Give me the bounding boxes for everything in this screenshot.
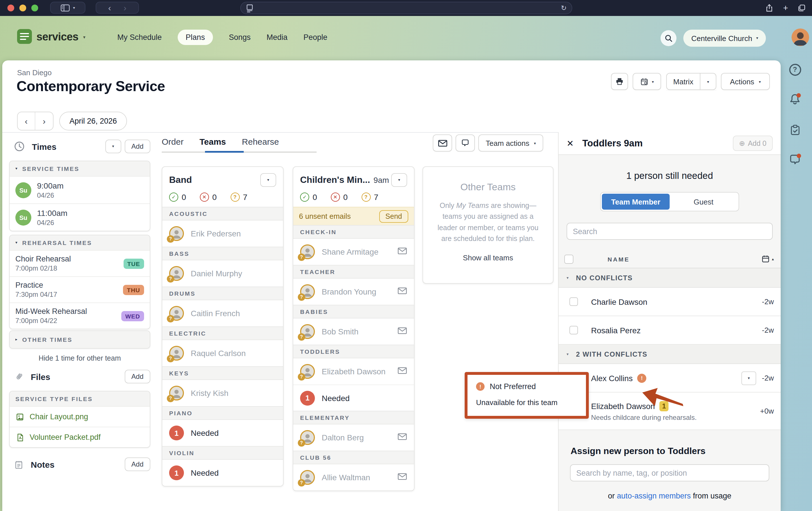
person-row[interactable]: ? Shane Armitage (293, 239, 414, 265)
share-icon[interactable] (765, 3, 774, 12)
needed-row[interactable]: 1 Needed (162, 460, 283, 486)
window-minimize-button[interactable] (19, 5, 26, 11)
notifications-button[interactable] (788, 92, 802, 106)
member-row[interactable]: Charlie Dawson -2w (559, 288, 781, 316)
calendar-link-button[interactable]: ▾ (633, 73, 661, 90)
messages-button[interactable] (788, 153, 802, 166)
email-person-button[interactable] (398, 472, 407, 483)
user-avatar[interactable] (791, 28, 809, 46)
send-emails-button[interactable]: Send (379, 210, 408, 223)
person-row[interactable]: ? Erik Pedersen (162, 221, 283, 247)
person-row[interactable]: ? Elizabeth Dawson (293, 358, 414, 385)
previous-plan-button[interactable]: ‹ (18, 112, 35, 130)
rehearsal-time-row[interactable]: Practice7:30pm 04/17 THU (10, 276, 150, 303)
nav-people[interactable]: People (303, 33, 327, 41)
campus-name[interactable]: San Diego (17, 68, 52, 77)
organization-switcher[interactable]: Centerville Church ▾ (683, 30, 766, 47)
close-icon[interactable]: ✕ (567, 138, 574, 148)
help-button[interactable]: ? (788, 63, 802, 76)
team-actions-button[interactable]: Team actions ▾ (478, 135, 543, 151)
add-time-button[interactable]: Add (124, 140, 150, 153)
auto-assign-link[interactable]: auto-assign members (617, 492, 691, 500)
matrix-dropdown-button[interactable]: ▾ (700, 73, 716, 90)
file-row[interactable]: Volunteer Packet.pdf (10, 427, 150, 447)
person-row[interactable]: ? Kristy Kish (162, 380, 283, 406)
nav-my-schedule[interactable]: My Schedule (117, 33, 162, 41)
nav-plans[interactable]: Plans (178, 29, 213, 45)
row-checkbox[interactable] (570, 297, 578, 306)
needed-row[interactable]: 1 Needed (162, 420, 283, 446)
other-times-header[interactable]: ▸ OTHER TIMES (10, 331, 150, 348)
file-link[interactable]: Volunteer Packet.pdf (30, 433, 100, 442)
drawer-search-input[interactable] (567, 223, 773, 240)
group-with-conflicts[interactable]: ▾ 2 WITH CONFLICTS (559, 345, 781, 364)
email-person-button[interactable] (398, 327, 407, 337)
row-checkbox[interactable] (570, 326, 578, 334)
person-row[interactable]: ? Dalton Berg (293, 424, 414, 451)
select-all-checkbox[interactable] (564, 254, 573, 263)
toggle-team-member[interactable]: Team Member (602, 194, 670, 210)
email-person-button[interactable] (398, 247, 407, 257)
tab-rehearse[interactable]: Rehearse (242, 137, 279, 146)
conflict-warning-icon[interactable]: ! (637, 373, 646, 382)
browser-sidebar-button[interactable]: ▾ (50, 2, 85, 14)
add-note-button[interactable]: Add (124, 457, 150, 471)
sort-by-date-button[interactable]: ▴ (762, 255, 774, 263)
assign-search-input[interactable] (570, 464, 769, 481)
row-dropdown-button[interactable]: ▾ (742, 371, 756, 385)
team-dropdown-button[interactable]: ▾ (260, 173, 276, 187)
times-dropdown-button[interactable]: ▾ (105, 140, 121, 153)
person-row[interactable]: ? Raquel Carlson (162, 340, 283, 366)
person-row[interactable]: ? Daniel Murphy (162, 260, 283, 287)
back-icon[interactable]: ‹ (108, 3, 111, 12)
next-plan-button[interactable]: › (35, 112, 53, 130)
nav-media[interactable]: Media (266, 33, 288, 41)
service-times-header[interactable]: ▾ SERVICE TIMES (10, 161, 150, 176)
team-name[interactable]: Band (169, 175, 192, 185)
matrix-button[interactable]: Matrix (666, 73, 700, 90)
app-switcher-chevron-icon[interactable]: ▾ (83, 35, 85, 40)
nav-songs[interactable]: Songs (229, 33, 251, 41)
tab-teams[interactable]: Teams (200, 137, 226, 146)
service-time-row[interactable]: Su 11:00am04/26 (10, 203, 150, 231)
tab-overview-icon[interactable] (797, 3, 806, 12)
window-close-button[interactable] (7, 5, 14, 11)
new-tab-icon[interactable]: + (783, 3, 788, 12)
comment-button[interactable] (456, 135, 475, 151)
group-no-conflicts[interactable]: ▾ NO CONFLICTS (559, 268, 781, 288)
file-link[interactable]: Chair Layout.png (30, 413, 88, 421)
toggle-guest[interactable]: Guest (670, 194, 737, 210)
person-row[interactable]: ? Bob Smith (293, 318, 414, 345)
show-all-teams-link[interactable]: Show all teams (433, 253, 543, 262)
team-dropdown-button[interactable]: ▾ (391, 173, 407, 187)
rehearsal-time-row[interactable]: Choir Rehearsal7:00pm 02/18 TUE (10, 250, 150, 276)
hide-times-link[interactable]: Hide 1 time for other team (9, 354, 150, 362)
email-person-button[interactable] (398, 432, 407, 443)
plan-date-button[interactable]: April 26, 2026 (59, 112, 127, 131)
forward-icon[interactable]: › (123, 3, 126, 12)
rehearsal-time-row[interactable]: Mid-Week Rehearsal7:00pm 04/22 WED (10, 303, 150, 329)
email-person-button[interactable] (398, 366, 407, 376)
rehearsal-times-header[interactable]: ▾ REHEARSAL TIMES (10, 235, 150, 250)
email-person-button[interactable] (398, 287, 407, 297)
email-team-button[interactable] (433, 135, 452, 151)
print-button[interactable] (611, 73, 628, 90)
app-name[interactable]: services (36, 31, 78, 43)
add-selected-button[interactable]: ⊕ Add 0 (733, 136, 773, 151)
team-name[interactable]: Children's Min... (300, 175, 370, 185)
actions-button[interactable]: Actions ▾ (721, 73, 770, 90)
needed-row[interactable]: 1 Needed (293, 385, 414, 411)
global-search-button[interactable] (661, 30, 676, 46)
person-row[interactable]: ? Caitlin French (162, 300, 283, 327)
tab-order[interactable]: Order (162, 137, 184, 146)
person-row[interactable]: ? Brandon Young (293, 279, 414, 305)
tasks-button[interactable] (788, 123, 802, 137)
address-bar[interactable]: ↻ (240, 2, 572, 14)
person-row[interactable]: ? Allie Waltman (293, 464, 414, 490)
add-file-button[interactable]: Add (124, 370, 150, 384)
window-zoom-button[interactable] (31, 5, 38, 11)
service-time-row[interactable]: Su 9:00am04/26 (10, 176, 150, 203)
services-logo[interactable] (17, 29, 32, 44)
name-column-header[interactable]: NAME (608, 256, 630, 262)
member-row[interactable]: Rosalia Perez -2w (559, 316, 781, 345)
